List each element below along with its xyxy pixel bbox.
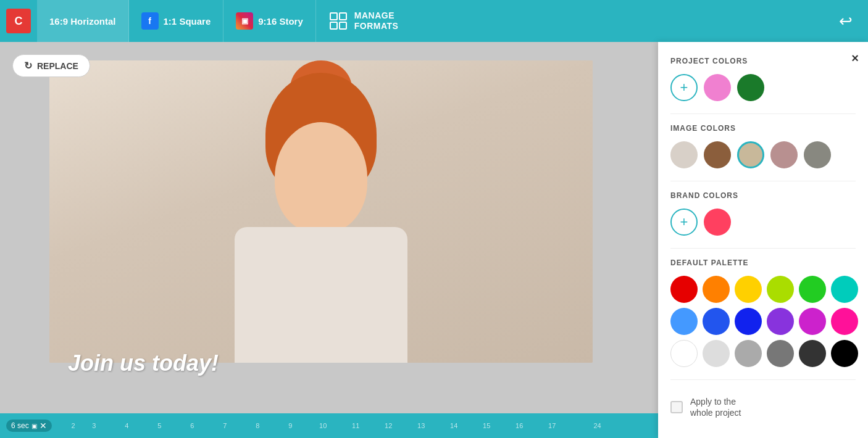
tab-fb-label: 1:1 Square	[164, 16, 211, 27]
time-icon: ▣	[31, 423, 37, 429]
project-colors-title: PROJECT COLORS	[670, 57, 856, 65]
image-colors-title: IMAGE COLORS	[670, 124, 856, 133]
tab-ig-label: 9:16 Story	[258, 16, 303, 27]
project-color-pink[interactable]	[704, 74, 731, 101]
tab-ig-story[interactable]: ▣ 9:16 Story	[223, 0, 316, 42]
image-color-2[interactable]	[704, 141, 731, 168]
app-logo: C	[6, 9, 31, 33]
palette-color-blue[interactable]	[703, 308, 730, 335]
brand-colors-row: +	[670, 209, 856, 236]
person-background	[49, 60, 593, 363]
image-color-3[interactable]	[737, 141, 764, 168]
tab-fb-square[interactable]: f 1:1 Square	[129, 0, 224, 42]
palette-color-purple[interactable]	[767, 308, 794, 335]
palette-color-magenta[interactable]	[799, 308, 826, 335]
manage-formats-label: MANAGEFORMATS	[354, 10, 399, 31]
time-close[interactable]: ✕	[40, 421, 47, 431]
tab-horizontal-label: 16:9 Horizontal	[49, 16, 116, 27]
image-color-1[interactable]	[670, 141, 698, 168]
apply-row: Apply to the whole project	[670, 390, 856, 418]
palette-color-darkgray[interactable]	[799, 340, 826, 367]
default-palette-title: DEFAULT PALETTE	[670, 258, 856, 267]
image-color-4[interactable]	[770, 141, 798, 168]
manage-formats-icon	[328, 11, 348, 31]
time-label: 6 sec	[11, 421, 29, 430]
palette-color-white[interactable]	[670, 340, 698, 367]
palette-color-green[interactable]	[799, 276, 826, 303]
time-indicator: 6 sec ▣ ✕	[6, 419, 52, 432]
palette-color-teal[interactable]	[831, 276, 858, 303]
add-project-color-button[interactable]: +	[670, 74, 698, 101]
divider-1	[670, 114, 856, 114]
palette-color-orange[interactable]	[703, 276, 730, 303]
brand-colors-title: BRAND COLORS	[670, 191, 856, 200]
svg-rect-0	[330, 13, 337, 20]
close-button[interactable]: ×	[851, 51, 859, 65]
body-shirt	[235, 227, 407, 363]
palette-color-darkblue[interactable]	[735, 308, 762, 335]
palette-color-pink[interactable]	[831, 308, 858, 335]
svg-rect-3	[340, 22, 346, 29]
project-color-green[interactable]	[737, 74, 764, 101]
divider-4	[670, 379, 856, 380]
apply-checkbox[interactable]	[670, 401, 683, 413]
svg-rect-2	[330, 22, 337, 29]
svg-rect-1	[340, 13, 346, 20]
default-palette-grid	[670, 276, 856, 367]
fb-icon: f	[141, 12, 159, 30]
palette-color-black[interactable]	[831, 340, 858, 367]
apply-label: Apply to the whole project	[690, 396, 741, 418]
image-color-5[interactable]	[804, 141, 831, 168]
divider-3	[670, 248, 856, 249]
palette-color-red[interactable]	[670, 276, 698, 303]
logo-letter: C	[15, 15, 23, 28]
ig-icon: ▣	[236, 12, 253, 30]
palette-color-yellow[interactable]	[735, 276, 762, 303]
project-colors-row: +	[670, 74, 856, 101]
brand-color-red[interactable]	[704, 209, 731, 236]
divider-2	[670, 181, 856, 181]
replace-label: REPLACE	[37, 61, 78, 71]
replace-button[interactable]: ↻ REPLACE	[12, 54, 90, 77]
palette-color-gray[interactable]	[767, 340, 794, 367]
canvas-overlay-text: Join us today!	[68, 350, 219, 376]
undo-button[interactable]: ↩	[830, 12, 862, 31]
color-panel: × PROJECT COLORS + IMAGE COLORS BRAND CO…	[658, 42, 868, 438]
palette-color-lime[interactable]	[767, 276, 794, 303]
palette-color-lightgray[interactable]	[703, 340, 730, 367]
canvas-image	[49, 60, 593, 363]
main-area: ↻ REPLACE Join us today! 6 sec ▣ ✕	[0, 42, 868, 438]
image-colors-row	[670, 141, 856, 168]
palette-color-medgray[interactable]	[735, 340, 762, 367]
add-brand-color-button[interactable]: +	[670, 209, 698, 236]
manage-formats-button[interactable]: MANAGEFORMATS	[316, 0, 411, 42]
tab-horizontal[interactable]: 16:9 Horizontal	[37, 0, 129, 42]
topbar: C 16:9 Horizontal f 1:1 Square ▣ 9:16 St…	[0, 0, 868, 42]
palette-color-skyblue[interactable]	[670, 308, 698, 335]
face	[275, 122, 367, 233]
